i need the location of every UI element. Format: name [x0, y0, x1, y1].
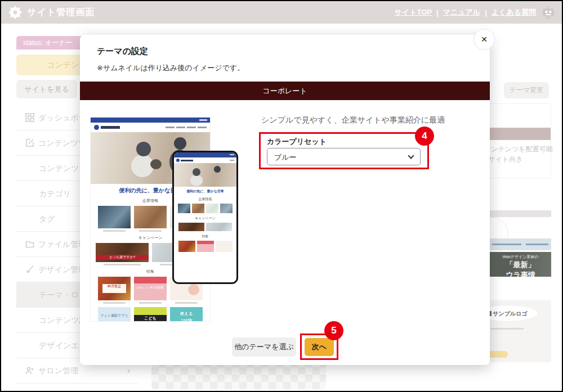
- preview-topbar: [174, 152, 236, 157]
- site-admin-screen: サイト管理画面 サイトTOP | マニュアル | よくある質問 status: …: [0, 0, 563, 392]
- campaign-ribbon: どっち派ですか?: [96, 255, 149, 260]
- link-faq[interactable]: よくある質問: [491, 7, 536, 17]
- sidebar-item-label: テーマ・ロ: [39, 290, 79, 299]
- sidebar-item-label: コンテンツ管: [38, 138, 87, 147]
- app-title: サイト管理画面: [27, 7, 95, 19]
- sidebar-item-label: デザイン管理: [38, 265, 86, 274]
- modal-title: テーマの設定: [97, 46, 148, 57]
- preview-section-label: キャンペーン: [174, 216, 236, 221]
- folder-icon: [25, 240, 34, 249]
- preview-thumb: 使える 100均: [170, 307, 203, 322]
- app-header: サイト管理画面 サイトTOP | マニュアル | よくある質問: [1, 1, 562, 24]
- kids-science-label: こども サイエンス: [134, 316, 167, 322]
- view-site-button[interactable]: サイトを見る: [16, 80, 77, 98]
- next-button[interactable]: 次へ: [305, 338, 334, 356]
- sidebar-item-label: カテゴリ: [39, 189, 71, 198]
- preview-thumb: [134, 206, 167, 232]
- preview-thumb: かわいい手土産8選: [134, 277, 167, 304]
- feature-sweets-label: かわいい手土産8選: [134, 286, 167, 290]
- preview-navbar: [174, 157, 236, 163]
- preview-logo-icon: [176, 159, 180, 162]
- annotation-step-badge: 5: [324, 321, 343, 340]
- header-links: サイトTOP | マニュアル | よくある質問: [395, 7, 536, 17]
- preview-hero-heading: 便利の先に、豊かな日常: [174, 189, 236, 194]
- close-icon[interactable]: ×: [473, 29, 495, 50]
- color-preset-value: ブルー: [274, 152, 297, 163]
- preview-navbar: [91, 123, 210, 132]
- link-manual[interactable]: マニュアル: [443, 7, 481, 17]
- preview-thumb: フォト撮影アプリ: [98, 307, 131, 322]
- annotation-step-badge: 4: [415, 127, 434, 146]
- photo-app-label: フォト撮影アプリ: [98, 313, 131, 318]
- color-preset-select[interactable]: ブルー: [267, 148, 421, 165]
- preview-thumb: [98, 206, 131, 232]
- preview-hero-photo: [174, 163, 236, 187]
- link-separator: |: [485, 8, 487, 17]
- sidebar-item-label: サロン管理: [38, 366, 78, 375]
- theme-change-button[interactable]: テーマ変更: [504, 82, 549, 98]
- chevron-down-icon: [408, 152, 414, 159]
- sidebar-item-label: ファイル管理: [38, 240, 86, 249]
- link-separator: |: [436, 8, 439, 17]
- theme-card-line: コンテンツを配置可能: [484, 145, 553, 154]
- chatbot-icon[interactable]: [540, 4, 556, 20]
- app-logo-icon: [8, 5, 23, 20]
- preview-thumb: どっち派ですか?: [96, 243, 149, 265]
- edit-icon: [25, 138, 34, 147]
- preview-topbar: [91, 118, 210, 123]
- preview-thumb: 料理教室: [98, 277, 131, 304]
- sidebar-item-label: タグ: [39, 214, 55, 223]
- preview-logo-icon: [94, 125, 99, 130]
- theme-description: シンプルで見やすく、企業サイトや事業紹介に最適: [261, 115, 445, 125]
- salon-icon: [25, 366, 34, 375]
- feature-cooking-label: 料理教室: [102, 284, 126, 294]
- caption-bar: [491, 328, 524, 330]
- dashboard-icon: [25, 113, 34, 122]
- choose-other-theme-button[interactable]: 他のテーマを選ぶ: [232, 337, 296, 357]
- sample-logo-text: サンプルロゴ: [493, 310, 527, 317]
- modal-note: ※サムネイルは作り込み後のイメージです。: [97, 63, 244, 73]
- preview-section-label: 企業情報: [174, 197, 236, 202]
- theme-name-banner: コーポレート: [80, 82, 490, 100]
- link-site-top[interactable]: サイトTOP: [395, 7, 432, 17]
- preview-thumb: こども サイエンス: [134, 307, 167, 322]
- preview-section-label: 特集: [174, 234, 236, 239]
- color-preset-label: カラープリセット: [267, 137, 327, 147]
- brush-icon: [25, 265, 34, 274]
- sidebar-item-label: ダッシュボー: [38, 113, 87, 122]
- preview-brand: [101, 126, 120, 129]
- theme-preview-mobile: 便利の先に、豊かな日常 企業情報 キャンペーン 特集: [172, 151, 238, 284]
- hundred-yen-label: 使える 100均: [170, 310, 203, 322]
